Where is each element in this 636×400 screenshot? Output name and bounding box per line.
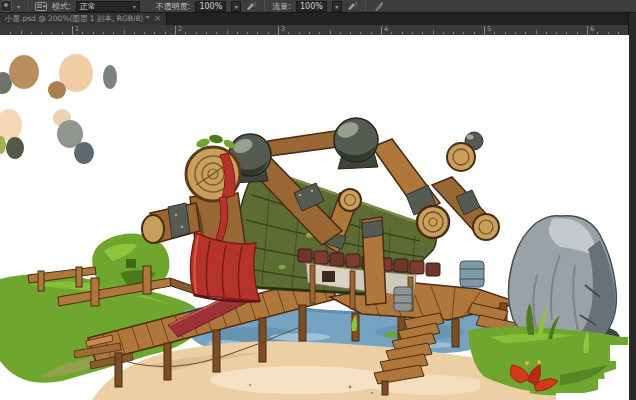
opacity-caret[interactable]: ▾ bbox=[231, 1, 241, 12]
mode-label: 模式: bbox=[52, 1, 71, 12]
airbrush-extra-icon[interactable] bbox=[373, 1, 384, 12]
document-tab-title: 小屋.psd @ 200%(图层 1 副本, RGB/8) * bbox=[5, 14, 149, 24]
application-window: ▾ 模式: 正常 ▾ 不透明度: 100% ▾ 流量: 100% ▾ 小屋.ps… bbox=[0, 0, 636, 400]
separator bbox=[365, 1, 366, 11]
mode-value: 正常 bbox=[80, 2, 96, 11]
canvas[interactable] bbox=[0, 35, 629, 400]
airbrush-opacity-icon[interactable] bbox=[246, 1, 257, 12]
separator bbox=[27, 1, 28, 11]
brush-preset-caret[interactable]: ▾ bbox=[17, 3, 20, 10]
brush-preset-picker-icon[interactable] bbox=[2, 1, 12, 12]
document-tab[interactable]: 小屋.psd @ 200%(图层 1 副本, RGB/8) * × bbox=[0, 13, 167, 25]
flow-label: 流量: bbox=[272, 1, 291, 12]
opacity-label: 不透明度: bbox=[156, 1, 191, 12]
options-bar: ▾ 模式: 正常 ▾ 不透明度: 100% ▾ 流量: 100% ▾ bbox=[0, 0, 636, 13]
log-hut bbox=[142, 118, 499, 311]
artwork-svg[interactable] bbox=[0, 35, 629, 400]
flow-input[interactable]: 100% bbox=[296, 1, 327, 12]
flow-caret[interactable]: ▾ bbox=[332, 1, 342, 12]
mode-dropdown-caret: ▾ bbox=[133, 2, 136, 11]
toggle-brush-panel-icon[interactable] bbox=[35, 1, 47, 12]
barrel-blue bbox=[460, 261, 484, 287]
opacity-input[interactable]: 100% bbox=[195, 1, 226, 12]
separator bbox=[264, 1, 265, 11]
color-swatch-blobs bbox=[0, 54, 117, 164]
airbrush-flow-icon[interactable] bbox=[347, 1, 358, 12]
metal-sphere-right bbox=[334, 118, 378, 169]
mode-select[interactable]: 正常 ▾ bbox=[76, 1, 140, 12]
tab-close-icon[interactable]: × bbox=[154, 15, 161, 23]
tab-bar: 小屋.psd @ 200%(图层 1 副本, RGB/8) * × bbox=[0, 13, 636, 25]
panel-edge-strip bbox=[628, 13, 636, 400]
barrel-grey bbox=[394, 287, 412, 311]
back-log-end bbox=[447, 143, 475, 171]
red-drape bbox=[190, 233, 260, 301]
